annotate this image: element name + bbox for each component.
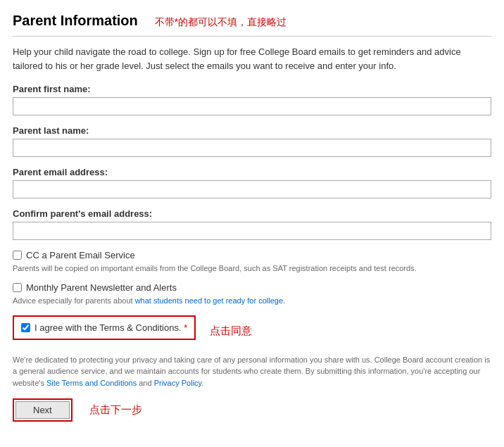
subtext-monthly-newsletter: Advice especially for parents about what… [13, 296, 491, 306]
input-parent-email[interactable] [13, 180, 491, 199]
label-parent-email-confirm: Confirm parent's email address: [13, 208, 491, 219]
input-parent-first-name[interactable] [13, 97, 491, 115]
label-monthly-newsletter: Monthly Parent Newsletter and Alerts [26, 282, 177, 293]
privacy-policy-link[interactable]: Privacy Policy [154, 379, 202, 387]
field-parent-email-confirm: Confirm parent's email address: [13, 208, 491, 250]
terms-section: I agree with the Terms & Conditions. * [13, 315, 196, 340]
checkbox-monthly-newsletter[interactable] [13, 283, 22, 292]
divider [13, 36, 491, 37]
bottom-row: Next 点击下一步 [13, 398, 491, 422]
label-parent-last-name: Parent last name: [13, 125, 491, 136]
site-terms-link[interactable]: Site Terms and Conditions [46, 379, 137, 387]
next-button-wrapper: Next [13, 398, 73, 422]
field-parent-last-name: Parent last name: [13, 125, 491, 167]
input-parent-last-name[interactable] [13, 139, 491, 157]
checkbox-terms-agree[interactable] [21, 323, 30, 332]
header-row: Parent Information 不带*的都可以不填，直接略过 [13, 13, 491, 29]
terms-row: I agree with the Terms & Conditions. * 点… [13, 315, 491, 347]
header-hint: 不带*的都可以不填，直接略过 [155, 16, 286, 29]
checkbox-newsletter-row: Monthly Parent Newsletter and Alerts [13, 282, 491, 293]
privacy-text: We're dedicated to protecting your priva… [13, 354, 491, 389]
checkbox-cc-parent-email[interactable] [13, 251, 22, 260]
terms-wrapper: I agree with the Terms & Conditions. * 点… [13, 315, 491, 347]
subtext-cc-parent-email: Parents will be copied on important emai… [13, 263, 491, 274]
field-parent-email: Parent email address: [13, 167, 491, 208]
description: Help your child navigate the road to col… [13, 45, 491, 73]
label-parent-email: Parent email address: [13, 167, 491, 177]
input-parent-email-confirm[interactable] [13, 222, 491, 240]
required-marker: * [182, 322, 188, 333]
terms-checkbox-row: I agree with the Terms & Conditions. * [21, 322, 187, 333]
field-parent-first-name: Parent first name: [13, 84, 491, 125]
page-title: Parent Information [13, 13, 138, 29]
label-parent-first-name: Parent first name: [13, 84, 491, 94]
next-hint: 点击下一步 [89, 403, 142, 417]
label-terms-agree: I agree with the Terms & Conditions. * [34, 322, 187, 333]
agree-hint: 点击同意 [210, 325, 252, 338]
next-button[interactable]: Next [15, 401, 70, 419]
label-cc-parent-email: CC a Parent Email Service [26, 250, 135, 260]
checkbox-cc-parent-email-row: CC a Parent Email Service [13, 250, 491, 260]
newsletter-link[interactable]: what students need to get ready for coll… [135, 296, 283, 305]
